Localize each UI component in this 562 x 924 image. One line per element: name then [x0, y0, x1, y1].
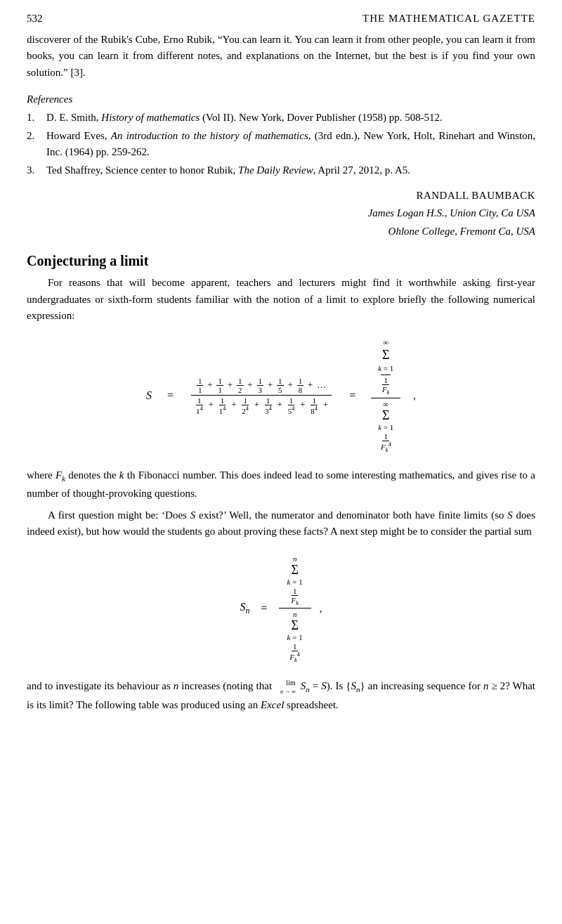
sn-math-block: Sn = n Σ k = 1 1Fk n Σ k = 1 1Fk4 ,: [27, 553, 535, 665]
sn-frac-num: n Σ k = 1 1Fk: [279, 553, 311, 609]
sf-1-2: 11: [216, 377, 223, 394]
sum-frac-numerator: ∞ Σ k = 1 1Fk: [371, 337, 400, 398]
ref-item-1: 1. D. E. Smith, History of mathematics (…: [27, 110, 535, 126]
equals-2: =: [349, 389, 355, 402]
intro-paragraph: discoverer of the Rubik's Cube, Erno Rub…: [27, 32, 535, 81]
trailing-comma: ,: [413, 390, 416, 402]
journal-title: THE MATHEMATICAL GAZETTE: [362, 13, 535, 25]
sum-sf-top: 1Fk: [381, 376, 391, 396]
reference-list: 1. D. E. Smith, History of mathematics (…: [27, 110, 535, 178]
sf-1-5: 15: [277, 377, 284, 394]
page-number: 532: [27, 13, 43, 25]
sf-1-4: 13: [257, 377, 264, 394]
big-fraction-left: 11 + 11 + 12 + 13 + 15 + 18 + … 114 + 11…: [189, 376, 334, 416]
ref-item-3: 3. Ted Shaffrey, Science center to honor…: [27, 162, 535, 178]
section-para-2: where Fk denotes the k th Fibonacci numb…: [27, 467, 535, 502]
references-section: References 1. D. E. Smith, History of ma…: [27, 93, 535, 178]
sf-2-1: 114: [195, 396, 204, 415]
sn-equals: =: [261, 602, 268, 615]
sn-trailing-comma: ,: [320, 603, 322, 615]
ref-num-2: 2.: [27, 128, 46, 144]
big-frac-numerator: 11 + 11 + 12 + 13 + 15 + 18 + …: [191, 376, 332, 396]
Sn-label: Sn: [240, 601, 250, 616]
sn-sf-bot: 1Fk4: [288, 642, 301, 663]
sn-sf-top: 1Fk: [289, 587, 299, 606]
big-fraction-right: ∞ Σ k = 1 1Fk ∞ Σ k = 1 1Fk4: [371, 337, 400, 455]
ref-num-1: 1.: [27, 110, 46, 126]
ref-text-1: D. E. Smith, History of mathematics (Vol…: [46, 110, 535, 126]
sf-2-5: 154: [287, 396, 296, 415]
ref-text-2: Howard Eves, An introduction to the hist…: [46, 128, 535, 160]
sf-1-1: 11: [197, 377, 204, 394]
author-name: RANDALL BAUMBACK: [27, 187, 535, 205]
big-frac-denominator: 114 + 114 + 124 + 134 + 154 + 184 +: [189, 396, 334, 416]
sf-2-6: 184: [309, 396, 319, 415]
excel-label: Excel: [261, 699, 284, 710]
page-header: 532 THE MATHEMATICAL GAZETTE: [27, 13, 535, 25]
equals-1: =: [167, 389, 174, 402]
sf-1-6: 18: [297, 377, 304, 394]
section-title: Conjecturing a limit: [27, 253, 535, 269]
sf-2-3: 124: [240, 396, 250, 415]
sn-fraction: n Σ k = 1 1Fk n Σ k = 1 1Fk4: [279, 553, 311, 665]
section-para-1: For reasons that will become apparent, t…: [27, 275, 535, 324]
section-para-4: and to investigate its behaviour as n in…: [27, 677, 535, 713]
attribution: RANDALL BAUMBACK James Logan H.S., Union…: [27, 187, 535, 241]
sum-frac-denominator: ∞ Σ k = 1 1Fk4: [371, 398, 400, 455]
ref-num-3: 3.: [27, 162, 46, 178]
math-expression-S: S = 11 + 11 + 12 + 13 + 15 + 18 + … 114: [27, 337, 535, 455]
sf-2-4: 134: [263, 396, 273, 415]
sum-sf-bottom: 1Fk4: [379, 432, 393, 453]
affiliation-1: James Logan H.S., Union City, Ca USA: [27, 204, 535, 223]
affiliation-2: Ohlone College, Fremont Ca, USA: [27, 223, 535, 241]
ref-item-2: 2. Howard Eves, An introduction to the h…: [27, 128, 535, 160]
sn-frac-den: n Σ k = 1 1Fk4: [279, 609, 311, 665]
ref-text-3: Ted Shaffrey, Science center to honor Ru…: [46, 162, 535, 178]
references-title: References: [27, 93, 535, 105]
section-para-3: A first question might be: ‘Does S exist…: [27, 507, 535, 540]
S-label: S: [146, 389, 152, 402]
sf-1-3: 12: [237, 377, 244, 394]
sf-2-2: 114: [218, 396, 228, 415]
